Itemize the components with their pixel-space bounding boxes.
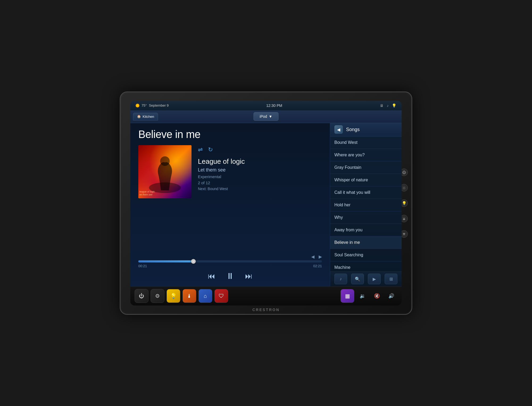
songs-footer: ♪ 🔍 ▶ ⊞: [330, 271, 402, 286]
weather-icon: [136, 104, 139, 107]
status-bar: 75° September 9 12:30 PM 🖥 ♪ 💡: [130, 101, 402, 110]
songs-panel-title: Songs: [346, 127, 360, 132]
song-item[interactable]: Machine: [330, 261, 402, 271]
status-icons: 🖥 ♪ 💡: [380, 103, 396, 108]
next-button[interactable]: ⏭: [245, 272, 252, 281]
music-icon: ♪: [387, 103, 389, 108]
song-item[interactable]: Whisper of nature: [330, 174, 402, 186]
progress-thumb[interactable]: [191, 259, 196, 264]
songs-footer-search[interactable]: 🔍: [351, 274, 364, 284]
main-song-title: Believe in me: [138, 128, 322, 140]
songs-footer-grid[interactable]: ⊞: [385, 274, 397, 284]
songs-panel: ◀ Songs Bound WestWhere are you?Gray Fou…: [330, 123, 402, 286]
songs-list[interactable]: Bound WestWhere are you?Gray FountainWhi…: [330, 136, 402, 271]
album-art-visual: league of logic let them see: [138, 145, 192, 198]
time-labels: 00:21 02:21: [138, 264, 322, 268]
shuffle-repeat-controls: ⇌ ↻: [198, 146, 322, 153]
back-button[interactable]: ◀: [334, 125, 343, 134]
nav-prev-arrow[interactable]: ◀: [311, 254, 314, 259]
progress-nav: ◀ ▶: [138, 254, 322, 259]
temp-button[interactable]: 🌡: [182, 289, 196, 303]
room-icon: 🏠: [137, 115, 141, 118]
time-total: 02:21: [313, 264, 322, 268]
song-item[interactable]: Hold her: [330, 199, 402, 211]
brand-label: CRESTRON: [252, 308, 280, 312]
room-tab[interactable]: 🏠 Kitchen: [133, 113, 158, 120]
settings-button[interactable]: ⚙: [151, 289, 164, 303]
song-item[interactable]: Gray Fountain: [330, 161, 402, 174]
device-frame: ⏻ ⌂ 💡 ▲ ▼ 75° September 9 12:30 PM 🖥 ♪ 💡: [120, 91, 412, 315]
songs-footer-music[interactable]: ♪: [334, 274, 347, 284]
date: September 9: [149, 103, 169, 107]
source-label: iPod: [260, 114, 267, 119]
album-art-text: league of logic let them see: [139, 190, 155, 196]
transport-controls: ⏮ ⏸ ⏭: [138, 271, 322, 281]
room-label: Kitchen: [143, 115, 154, 119]
song-item[interactable]: Believe in me: [330, 236, 402, 249]
songs-header: ◀ Songs: [330, 123, 402, 136]
source-dropdown-icon: ▼: [269, 114, 272, 119]
clock: 12:30 PM: [266, 103, 282, 108]
vol-up-button[interactable]: 🔊: [385, 290, 397, 302]
shuffle-button[interactable]: ⇌: [198, 146, 203, 153]
bottom-toolbar: ⏻ ⚙ 💡 🌡 ⌂ 🛡 ▦ 🔉 🔇 🔊: [130, 286, 402, 305]
songs-footer-play[interactable]: ▶: [368, 274, 381, 284]
shield-button[interactable]: 🛡: [214, 289, 228, 303]
album-art: league of logic let them see: [138, 145, 192, 198]
song-item[interactable]: Bound West: [330, 136, 402, 149]
temperature: 75°: [142, 103, 147, 107]
main-screen: 75° September 9 12:30 PM 🖥 ♪ 💡 🏠 Kitchen…: [130, 101, 402, 305]
content-area: Believe in me: [130, 123, 402, 286]
player-info: ⇌ ↻ League of logic Let them see Experim…: [198, 145, 322, 252]
song-item[interactable]: Away from you: [330, 224, 402, 236]
song-item[interactable]: Where are you?: [330, 149, 402, 161]
song-item[interactable]: Call it what you will: [330, 186, 402, 199]
repeat-button[interactable]: ↻: [208, 146, 213, 153]
prev-button[interactable]: ⏮: [208, 272, 215, 281]
song-item[interactable]: Why: [330, 211, 402, 224]
album-name: Let them see: [198, 167, 322, 173]
bulb-icon: 💡: [392, 103, 396, 108]
player-panel: Believe in me: [130, 123, 330, 286]
light-button[interactable]: 💡: [167, 289, 180, 303]
power-button[interactable]: ⏻: [135, 289, 148, 303]
grid-button[interactable]: ▦: [340, 289, 354, 303]
monitor-icon: 🖥: [380, 103, 384, 108]
nav-next-arrow[interactable]: ▶: [319, 254, 322, 259]
song-item[interactable]: Soul Searching: [330, 249, 402, 261]
screen: 75° September 9 12:30 PM 🖥 ♪ 💡 🏠 Kitchen…: [130, 101, 402, 305]
progress-bar[interactable]: [138, 260, 322, 262]
vol-mute-button[interactable]: 🔇: [371, 290, 383, 302]
player-content: league of logic let them see ⇌ ↻ L: [138, 145, 322, 252]
source-tab[interactable]: iPod ▼: [253, 112, 279, 121]
svg-point-1: [160, 156, 170, 166]
track-position: 2 of 12: [198, 181, 322, 185]
play-pause-button[interactable]: ⏸: [226, 271, 234, 281]
status-left: 75° September 9: [136, 103, 169, 107]
artist-name: League of logic: [198, 157, 322, 166]
genre-name: Experimental: [198, 174, 322, 179]
time-current: 00:21: [138, 264, 147, 268]
next-track: Next: Bound West: [198, 187, 322, 191]
vol-down-button[interactable]: 🔉: [356, 290, 369, 302]
progress-fill: [138, 260, 193, 262]
progress-area: ◀ ▶ 00:21 02:21: [138, 254, 322, 268]
header-bar: 🏠 Kitchen iPod ▼: [130, 110, 402, 123]
home-button[interactable]: ⌂: [198, 289, 212, 303]
